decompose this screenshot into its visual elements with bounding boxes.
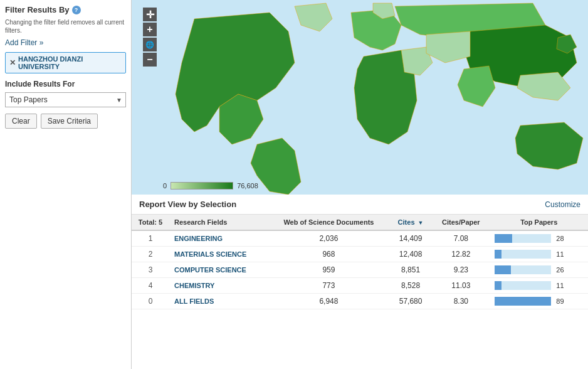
bar-number: 89 xyxy=(554,297,566,305)
table-body: 1 ENGINEERING 2,036 14,409 7.08 28 2 MAT… xyxy=(132,230,588,309)
table-row: 2 MATERIALS SCIENCE 968 12,408 12.82 11 xyxy=(132,247,588,262)
bar-number: 28 xyxy=(554,235,566,242)
rank-number: 4 xyxy=(149,281,153,290)
total-label: Total: 5 xyxy=(139,218,162,226)
bar-fill xyxy=(495,265,511,274)
bar-container xyxy=(495,234,551,243)
field-header: Research Fields xyxy=(169,215,268,230)
rank-cell: 2 xyxy=(132,247,169,262)
data-table: Total: 5 Research Fields Web of Science … xyxy=(132,215,588,309)
rank-cell: 3 xyxy=(132,262,169,278)
map-pan-icon[interactable]: ✛ xyxy=(143,8,157,21)
cites-sort-button[interactable]: Cites ▼ xyxy=(398,218,424,226)
rank-cell: 0 xyxy=(132,294,169,309)
legend-gradient-bar xyxy=(171,182,233,190)
top-papers-cell: 11 xyxy=(490,247,588,262)
map-globe-icon[interactable]: 🌐 xyxy=(143,38,157,51)
active-filter-tag: ✕ HANGZHOU DIANZI UNIVERSITY xyxy=(5,52,126,73)
rank-cell: 1 xyxy=(132,230,169,247)
top-papers-cell: 26 xyxy=(490,262,588,278)
bar-number: 11 xyxy=(554,250,566,258)
rank-number: 3 xyxy=(149,265,153,274)
cites-per-paper-cell: 8.30 xyxy=(432,294,490,309)
cites-per-paper-cell: 7.08 xyxy=(432,230,490,247)
top-papers-cell: 11 xyxy=(490,278,588,294)
table-header-row: Total: 5 Research Fields Web of Science … xyxy=(132,215,588,230)
main-area: ✛ + 🌐 − xyxy=(132,0,588,369)
field-link[interactable]: CHEMISTRY xyxy=(174,282,214,289)
bar-container xyxy=(495,281,551,290)
bar-wrap: 11 xyxy=(495,281,583,290)
sidebar-buttons: Clear Save Criteria xyxy=(5,114,126,129)
table-row: 0 ALL FIELDS 6,948 57,680 8.30 89 xyxy=(132,294,588,309)
top-papers-cell: 28 xyxy=(490,230,588,247)
bar-fill xyxy=(495,281,501,290)
clear-button[interactable]: Clear xyxy=(5,114,37,129)
sidebar: Filter Results By ? Changing the filter … xyxy=(0,0,132,369)
wos-cell: 968 xyxy=(268,247,389,262)
field-cell: COMPUTER SCIENCE xyxy=(169,262,268,278)
cites-cell: 8,528 xyxy=(389,278,432,294)
top-papers-cell: 89 xyxy=(490,294,588,309)
map-zoom-in-icon[interactable]: + xyxy=(143,23,157,36)
wos-header: Web of Science Documents xyxy=(268,215,389,230)
table-row: 4 CHEMISTRY 773 8,528 11.03 11 xyxy=(132,278,588,294)
bar-container xyxy=(495,250,551,259)
sort-arrow-icon: ▼ xyxy=(418,220,424,226)
field-link[interactable]: COMPUTER SCIENCE xyxy=(174,266,246,274)
map-area: ✛ + 🌐 − xyxy=(132,0,588,195)
filter-header: Filter Results By ? xyxy=(5,5,126,14)
cites-header[interactable]: Cites ▼ xyxy=(389,215,432,230)
bar-number: 26 xyxy=(554,266,566,274)
field-link[interactable]: ENGINEERING xyxy=(174,235,223,242)
filter-remove-icon[interactable]: ✕ xyxy=(9,59,16,67)
bar-wrap: 28 xyxy=(495,234,583,243)
cites-per-paper-header: Cites/Paper xyxy=(432,215,490,230)
rank-cell: 4 xyxy=(132,278,169,294)
cites-cell: 14,409 xyxy=(389,230,432,247)
rank-number: 0 xyxy=(149,297,153,306)
cites-per-paper-cell: 12.82 xyxy=(432,247,490,262)
report-header: Report View by Selection Customize xyxy=(132,195,588,215)
map-zoom-out-icon[interactable]: − xyxy=(143,53,157,67)
legend-max: 76,608 xyxy=(237,182,258,190)
field-link[interactable]: MATERIALS SCIENCE xyxy=(174,250,246,258)
cites-cell: 8,851 xyxy=(389,262,432,278)
map-legend: 0 76,608 xyxy=(163,182,258,190)
field-cell: ALL FIELDS xyxy=(169,294,268,309)
cites-per-paper-cell: 11.03 xyxy=(432,278,490,294)
bar-wrap: 11 xyxy=(495,250,583,259)
wos-cell: 6,948 xyxy=(268,294,389,309)
wos-cell: 2,036 xyxy=(268,230,389,247)
add-filter-link[interactable]: Add Filter » xyxy=(5,38,43,47)
active-filter-label: HANGZHOU DIANZI UNIVERSITY xyxy=(18,55,122,70)
table-row: 3 COMPUTER SCIENCE 959 8,851 9.23 26 xyxy=(132,262,588,278)
field-link[interactable]: ALL FIELDS xyxy=(174,297,214,305)
bar-container xyxy=(495,297,551,306)
bar-number: 11 xyxy=(554,282,566,289)
customize-link[interactable]: Customize xyxy=(545,200,580,209)
bar-container xyxy=(495,265,551,274)
filter-note: Changing the filter field removes all cu… xyxy=(5,18,126,35)
table-row: 1 ENGINEERING 2,036 14,409 7.08 28 xyxy=(132,230,588,247)
bar-fill xyxy=(495,297,551,306)
wos-cell: 959 xyxy=(268,262,389,278)
field-cell: CHEMISTRY xyxy=(169,278,268,294)
rank-number: 2 xyxy=(149,250,153,259)
save-criteria-button[interactable]: Save Criteria xyxy=(41,114,98,129)
wos-cell: 773 xyxy=(268,278,389,294)
help-icon[interactable]: ? xyxy=(72,6,81,14)
bar-wrap: 89 xyxy=(495,297,583,306)
world-map-svg xyxy=(157,0,588,195)
bar-wrap: 26 xyxy=(495,265,583,274)
map-controls: ✛ + 🌐 − xyxy=(143,8,157,67)
rank-number: 1 xyxy=(149,234,153,243)
cites-cell: 12,408 xyxy=(389,247,432,262)
bar-fill xyxy=(495,234,512,243)
field-cell: ENGINEERING xyxy=(169,230,268,247)
total-header: Total: 5 xyxy=(132,215,169,230)
report-title: Report View by Selection xyxy=(139,200,236,209)
field-cell: MATERIALS SCIENCE xyxy=(169,247,268,262)
include-dropdown[interactable]: Top Papers All Papers xyxy=(5,92,126,107)
cites-per-paper-cell: 9.23 xyxy=(432,262,490,278)
